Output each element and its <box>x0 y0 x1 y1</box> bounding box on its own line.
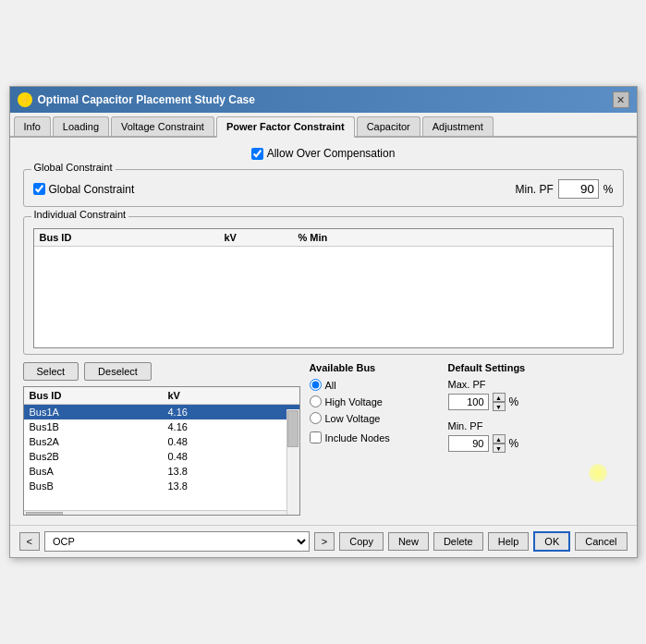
max-pf-label: Max. PF <box>448 379 486 390</box>
ok-button[interactable]: OK <box>533 531 570 552</box>
max-pf-input-row: ▲ ▼ % <box>448 393 519 411</box>
tab-power-factor-constraint[interactable]: Power Factor Constraint <box>216 116 355 138</box>
bus-list-container: Bus ID kV Bus1A 4.16 Bus1B 4.16 <box>23 386 300 516</box>
global-checkbox-row: Global Constraint <box>33 183 135 196</box>
radio-all-input[interactable] <box>310 379 322 391</box>
bus-row-id: Bus1A <box>30 407 168 418</box>
content-area: Allow Over Compensation Global Constrain… <box>10 138 637 525</box>
footer-dropdown[interactable]: OCP <box>44 531 310 552</box>
list-item[interactable]: Bus2B 0.48 <box>24 449 299 464</box>
horizontal-scrollbar[interactable]: ▶ <box>24 510 299 516</box>
bus-row-id: Bus2A <box>30 436 168 447</box>
title-bar-left: ⚡ Optimal Capacitor Placement Study Case <box>18 92 255 107</box>
deselect-button[interactable]: Deselect <box>84 362 152 381</box>
list-item[interactable]: Bus1A 4.16 <box>24 405 299 419</box>
bus-row-kv: 4.16 <box>168 421 242 432</box>
h-scroll-thumb[interactable] <box>26 512 63 516</box>
min-pf-percent: % <box>603 183 614 196</box>
vertical-scrollbar[interactable] <box>286 409 299 515</box>
tab-adjustment[interactable]: Adjustment <box>422 116 494 136</box>
bus-row-id: BusA <box>30 466 168 477</box>
min-pf-spin-down[interactable]: ▼ <box>493 444 506 453</box>
bus-row-kv: 0.48 <box>168 451 242 462</box>
max-pf-input[interactable] <box>448 394 489 410</box>
new-button[interactable]: New <box>388 532 429 551</box>
bus-row-kv: 4.16 <box>168 407 242 418</box>
title-bar: ⚡ Optimal Capacitor Placement Study Case… <box>10 87 637 113</box>
radio-all-label: All <box>325 380 336 391</box>
table-header: Bus ID kV % Min <box>34 229 613 247</box>
max-pf-spin-down[interactable]: ▼ <box>493 402 506 411</box>
bus-list-scroll[interactable]: Bus1A 4.16 Bus1B 4.16 Bus2A 0.48 Bus2B <box>24 405 299 510</box>
window-icon: ⚡ <box>18 92 32 107</box>
allow-over-compensation-label: Allow Over Compensation <box>267 147 396 160</box>
allow-over-compensation-checkbox[interactable] <box>251 148 263 160</box>
global-constraint-group: Global Constraint Global Constraint Min.… <box>23 169 624 207</box>
radio-high-voltage-label: High Voltage <box>325 396 383 407</box>
radio-high-voltage-input[interactable] <box>310 395 322 407</box>
list-item[interactable]: Bus2A 0.48 <box>24 434 299 449</box>
tab-voltage-constraint[interactable]: Voltage Constraint <box>111 116 214 136</box>
min-pf-input[interactable] <box>558 179 599 199</box>
cancel-button[interactable]: Cancel <box>575 532 627 551</box>
prev-button[interactable]: < <box>19 532 40 551</box>
min-pf-label: Min. PF <box>515 183 553 196</box>
radio-low-voltage-input[interactable] <box>310 412 322 424</box>
available-bus-label: Available Bus <box>310 362 439 373</box>
global-constraint-title: Global Constraint <box>31 162 116 173</box>
max-pf-spin-up[interactable]: ▲ <box>493 393 506 402</box>
list-item[interactable]: BusB 13.8 <box>24 479 299 493</box>
tab-capacitor[interactable]: Capacitor <box>357 116 421 136</box>
global-constraint-checkbox[interactable] <box>33 183 45 195</box>
global-constraint-label: Global Constraint <box>49 183 135 196</box>
cursor-area <box>448 462 624 490</box>
bus-row-kv: 0.48 <box>168 436 242 447</box>
list-item[interactable]: Bus1B 4.16 <box>24 419 299 434</box>
bus-list-header-id: Bus ID <box>30 390 168 401</box>
min-pf-setting-label: Min. PF <box>448 420 483 431</box>
individual-constraint-table: Bus ID kV % Min <box>33 228 614 348</box>
bus-row-kv: 13.8 <box>168 466 242 477</box>
delete-button[interactable]: Delete <box>433 532 483 551</box>
tab-info[interactable]: Info <box>14 116 51 136</box>
tab-loading[interactable]: Loading <box>53 116 109 136</box>
radio-high-voltage[interactable]: High Voltage <box>310 395 439 407</box>
bus-list-header-kv: kV <box>168 390 242 401</box>
max-pf-row: Max. PF ▲ ▼ % <box>448 379 624 411</box>
copy-button[interactable]: Copy <box>339 532 384 551</box>
global-constraint-row: Global Constraint Min. PF % <box>33 177 614 199</box>
include-nodes-row[interactable]: Include Nodes <box>310 431 439 444</box>
scroll-thumb[interactable] <box>287 410 299 447</box>
min-pf-percent: % <box>509 437 519 450</box>
radio-all[interactable]: All <box>310 379 439 391</box>
main-window: ⚡ Optimal Capacitor Placement Study Case… <box>9 86 638 558</box>
radio-low-voltage[interactable]: Low Voltage <box>310 412 439 424</box>
help-button[interactable]: Help <box>488 532 530 551</box>
individual-constraint-group: Individual Constraint Bus ID kV % Min <box>23 216 624 355</box>
max-pf-percent: % <box>509 395 519 408</box>
cursor-highlight <box>589 464 607 482</box>
close-button[interactable]: ✕ <box>613 91 629 108</box>
header-bus-id: Bus ID <box>40 232 225 243</box>
min-pf-setting-row: Min. PF ▲ ▼ % <box>448 420 624 453</box>
min-pf-spinner: ▲ ▼ <box>493 434 506 453</box>
next-button[interactable]: > <box>314 532 335 551</box>
include-nodes-checkbox[interactable] <box>310 431 322 444</box>
bottom-section: Select Deselect Bus ID kV Bus1A 4.16 <box>23 362 624 516</box>
footer: < OCP > Copy New Delete Help OK Cancel <box>10 525 637 557</box>
min-pf-setting-input[interactable] <box>448 435 489 452</box>
tab-bar: Info Loading Voltage Constraint Power Fa… <box>10 113 637 138</box>
radio-low-voltage-label: Low Voltage <box>325 413 381 424</box>
individual-constraint-title: Individual Constraint <box>31 209 129 220</box>
radio-group-available-bus: All High Voltage Low Voltage <box>310 379 439 424</box>
min-pf-row: Min. PF % <box>515 179 613 199</box>
min-pf-spin-up[interactable]: ▲ <box>493 434 506 444</box>
min-pf-input-row: ▲ ▼ % <box>448 434 519 453</box>
header-kv: kV <box>225 232 299 243</box>
include-nodes-label: Include Nodes <box>325 432 390 444</box>
select-button[interactable]: Select <box>23 362 79 381</box>
list-item[interactable]: BusA 13.8 <box>24 464 299 479</box>
default-settings-panel: Default Settings Max. PF ▲ ▼ % Min. PF <box>448 362 624 516</box>
bus-row-id: Bus2B <box>30 451 168 462</box>
window-title: Optimal Capacitor Placement Study Case <box>38 93 255 106</box>
